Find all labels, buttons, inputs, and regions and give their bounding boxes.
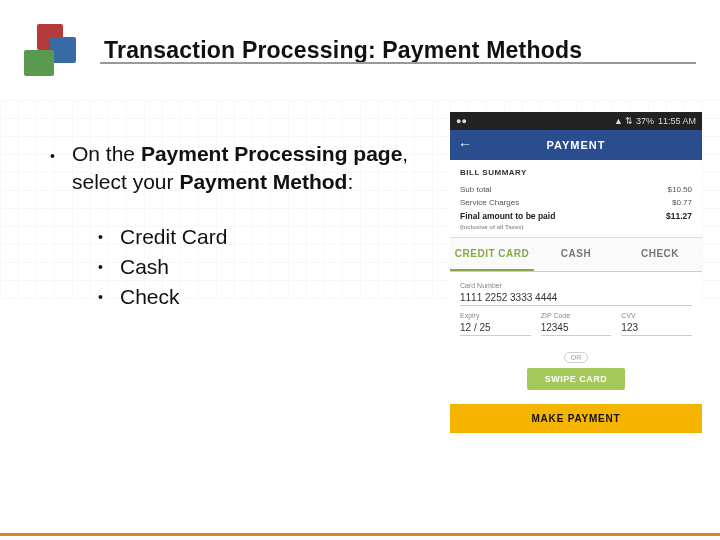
- bill-heading: BILL SUMMARY: [460, 168, 692, 177]
- sub-bullet-text: Credit Card: [120, 223, 227, 251]
- slide-body: • On the Payment Processing page, select…: [50, 140, 420, 313]
- tab-credit-card[interactable]: CREDIT CARD: [450, 238, 534, 271]
- cvv-field[interactable]: CVV 123: [621, 312, 692, 336]
- bullet-dot: •: [98, 289, 106, 305]
- status-icons: ▲ ⇅ 37%: [614, 116, 654, 126]
- appbar-title: PAYMENT: [547, 139, 606, 151]
- bullet-text: On the Payment Processing page, select y…: [72, 140, 420, 195]
- slide-header: Transaction Processing: Payment Methods: [24, 24, 696, 76]
- zip-field[interactable]: ZIP Code 12345: [541, 312, 612, 336]
- bullet-main: • On the Payment Processing page, select…: [50, 140, 420, 195]
- credit-card-form: Card Number 1111 2252 3333 4444 Expiry 1…: [450, 272, 702, 396]
- row-subtotal: Sub total$10.50: [460, 183, 692, 196]
- tab-check[interactable]: CHECK: [618, 238, 702, 271]
- sub-bullet: • Credit Card: [98, 223, 420, 251]
- cvv-label: CVV: [621, 312, 692, 319]
- status-left: ●●: [456, 116, 467, 126]
- tab-cash[interactable]: CASH: [534, 238, 618, 271]
- bullet-dot: •: [50, 148, 58, 164]
- status-time: 11:55 AM: [658, 116, 696, 126]
- expiry-value[interactable]: 12 / 25: [460, 320, 531, 336]
- slide-title: Transaction Processing: Payment Methods: [104, 37, 582, 64]
- make-payment-button[interactable]: MAKE PAYMENT: [450, 404, 702, 433]
- sub-bullet-text: Cash: [120, 253, 169, 281]
- bill-summary: BILL SUMMARY Sub total$10.50 Service Cha…: [450, 160, 702, 238]
- bullet-dot: •: [98, 259, 106, 275]
- slide: Transaction Processing: Payment Methods …: [0, 0, 720, 540]
- android-statusbar: ●● ▲ ⇅ 37% 11:55 AM: [450, 112, 702, 130]
- title-underline: [100, 62, 696, 64]
- app-bar: ← PAYMENT: [450, 130, 702, 160]
- expiry-field[interactable]: Expiry 12 / 25: [460, 312, 531, 336]
- sub-bullet: • Check: [98, 283, 420, 311]
- bullet-dot: •: [98, 229, 106, 245]
- phone-mockup: ●● ▲ ⇅ 37% 11:55 AM ← PAYMENT BILL SUMMA…: [450, 112, 702, 433]
- card-number-label: Card Number: [460, 282, 692, 289]
- back-icon[interactable]: ←: [458, 136, 472, 152]
- or-divider: OR: [460, 346, 692, 364]
- logo-icon: [24, 24, 76, 76]
- swipe-card-button[interactable]: SWIPE CARD: [527, 368, 626, 390]
- zip-label: ZIP Code: [541, 312, 612, 319]
- sub-bullet-list: • Credit Card • Cash • Check: [98, 223, 420, 310]
- card-number-value[interactable]: 1111 2252 3333 4444: [460, 290, 692, 306]
- footer-accent: [0, 533, 720, 536]
- sub-bullet-text: Check: [120, 283, 180, 311]
- sub-bullet: • Cash: [98, 253, 420, 281]
- expiry-label: Expiry: [460, 312, 531, 319]
- row-final: Final amount to be paid(Inclusive of all…: [460, 209, 692, 233]
- row-service: Service Charges$0.77: [460, 196, 692, 209]
- card-number-field[interactable]: Card Number 1111 2252 3333 4444: [460, 282, 692, 306]
- zip-value[interactable]: 12345: [541, 320, 612, 336]
- payment-tabs: CREDIT CARD CASH CHECK: [450, 238, 702, 272]
- cvv-value[interactable]: 123: [621, 320, 692, 336]
